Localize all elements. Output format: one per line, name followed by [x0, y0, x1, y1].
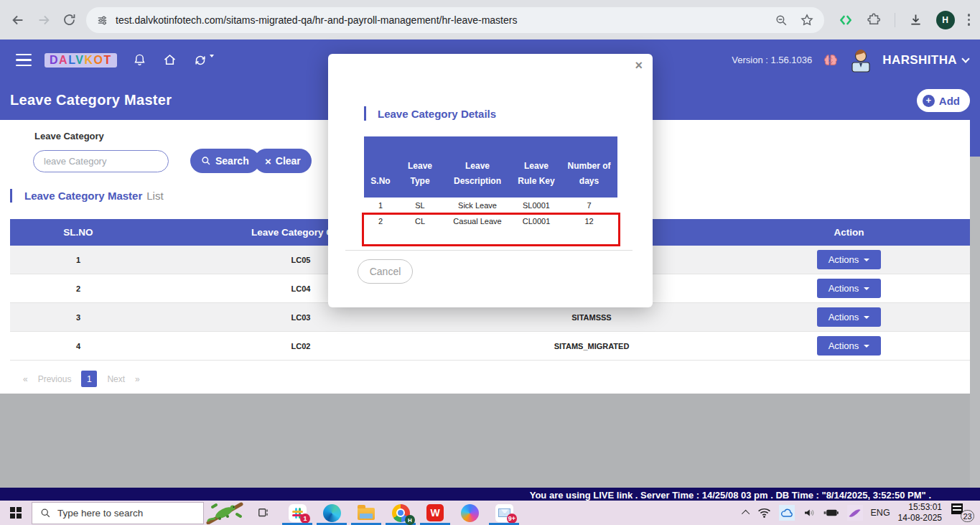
pagination-next[interactable]: Next [107, 374, 125, 384]
browser-profile-avatar[interactable]: H [936, 11, 955, 29]
toolbar-divider [895, 13, 895, 27]
notification-center[interactable]: 23 [950, 503, 974, 522]
taskbar-wps-icon[interactable]: W [418, 501, 452, 525]
url-text[interactable]: test.dalvkotinfotech.com/sitams-migrated… [116, 14, 775, 26]
pagination: « Previous 1 Next » [23, 371, 140, 387]
user-menu[interactable]: HARSHITHA [882, 53, 969, 68]
actions-dropdown-button[interactable]: Actions [817, 279, 881, 298]
clear-x-icon: × [265, 155, 271, 167]
taskbar-search-placeholder: Type here to search [57, 508, 143, 519]
taskbar-copilot-icon[interactable] [452, 501, 487, 525]
details-row: 1 SL Sick Leave SL0001 7 [364, 198, 617, 213]
details-header-row: S.No Leave Type Leave Description Leave … [364, 136, 617, 198]
modal-divider [345, 250, 633, 251]
address-bar[interactable]: test.dalvkotinfotech.com/sitams-migrated… [86, 7, 824, 33]
home-icon[interactable] [162, 52, 177, 68]
language-indicator[interactable]: ENG [871, 508, 890, 518]
task-view-icon [256, 506, 270, 519]
add-button[interactable]: + Add [917, 89, 970, 112]
section-title-suffix: List [146, 190, 163, 202]
menu-toggle-icon[interactable] [16, 54, 32, 67]
code-extension-icon[interactable] [838, 13, 854, 27]
caret-down-icon [864, 345, 869, 348]
slack-badge: 1 [300, 514, 310, 524]
extensions-puzzle-icon[interactable] [867, 12, 882, 27]
user-avatar[interactable] [849, 48, 872, 73]
leave-category-details-modal: × Leave Category Details S.No Leave Type… [328, 54, 653, 307]
status-bar-text: You are using LIVE link . Server Time : … [530, 490, 931, 501]
add-button-label: Add [939, 95, 960, 107]
cancel-button[interactable]: Cancel [358, 259, 413, 284]
taskbar-mail-icon[interactable]: 9+ [487, 501, 521, 525]
app-logo[interactable]: DALVKOT [45, 53, 117, 68]
gecko-widget-icon[interactable] [204, 501, 246, 525]
battery-icon[interactable] [823, 508, 839, 518]
modal-title: Leave Category Details [364, 106, 496, 121]
chevron-down-icon [961, 55, 969, 62]
site-settings-icon[interactable] [96, 14, 108, 27]
clear-button-label: Clear [276, 155, 301, 167]
pagination-current-page[interactable]: 1 [81, 371, 97, 387]
caret-down-icon [864, 259, 869, 261]
search-icon [201, 156, 211, 166]
taskbar-chrome-icon[interactable]: H [383, 501, 418, 525]
caret-down-icon [864, 287, 869, 290]
page-scrollbar[interactable] [970, 120, 980, 488]
leave-category-input[interactable] [33, 150, 169, 172]
sync-caret-icon [210, 55, 214, 57]
actions-dropdown-button[interactable]: Actions [817, 336, 881, 356]
search-button-label: Search [215, 155, 249, 167]
list-section-title: Leave Category Master List [10, 189, 164, 203]
zoom-out-icon[interactable] [775, 14, 788, 27]
col-header-action: Action [728, 227, 970, 238]
browser-menu-icon[interactable] [968, 14, 971, 26]
modal-close-icon[interactable]: × [635, 58, 643, 73]
modal-title-text: Leave Category Details [378, 108, 496, 120]
browser-toolbar: test.dalvkotinfotech.com/sitams-migrated… [0, 0, 980, 40]
scrollbar-thumb[interactable] [970, 120, 980, 157]
leave-category-label: Leave Category [34, 131, 104, 141]
downloads-icon[interactable] [908, 12, 923, 27]
table-row: 4 LC02 SITAMS_MIGRATED Actions [10, 332, 970, 361]
onedrive-icon[interactable] [779, 505, 795, 521]
table-row: 3 LC03 SITAMSSS Actions [10, 303, 970, 332]
mail-badge: 9+ [507, 514, 517, 524]
brain-icon[interactable] [822, 52, 839, 68]
pagination-first[interactable]: « [23, 374, 28, 384]
windows-taskbar: Type here to search 1 H W 9+ ENG 15:53:0… [0, 501, 980, 525]
task-view-button[interactable] [246, 501, 280, 525]
page-background [0, 394, 980, 488]
caret-down-icon [864, 316, 869, 319]
volume-icon[interactable] [803, 507, 816, 519]
taskbar-slack-icon[interactable]: 1 [280, 501, 314, 525]
browser-back-icon[interactable] [10, 12, 26, 28]
wifi-icon[interactable] [757, 507, 771, 519]
taskbar-search-input[interactable]: Type here to search [32, 502, 204, 524]
taskbar-edge-icon[interactable] [314, 501, 349, 525]
system-tray: ENG 15:53:01 14-08-2025 23 [744, 502, 980, 524]
pagination-last[interactable]: » [135, 374, 140, 384]
time-label: 15:53:01 [898, 502, 942, 513]
col-header-slno: SL.NO [10, 227, 146, 238]
actions-dropdown-button[interactable]: Actions [817, 307, 881, 327]
clear-button[interactable]: × Clear [254, 149, 312, 173]
plus-icon: + [923, 95, 935, 107]
taskbar-clock[interactable]: 15:53:01 14-08-2025 [898, 502, 942, 524]
bookmark-star-icon[interactable] [800, 13, 814, 27]
notifications-bell-icon[interactable] [133, 52, 146, 68]
pagination-previous[interactable]: Previous [38, 374, 72, 384]
chrome-profile-badge: H [405, 515, 415, 525]
modal-accent-bar [364, 106, 366, 121]
status-bar: You are using LIVE link . Server Time : … [0, 488, 980, 501]
feather-icon[interactable] [847, 505, 863, 521]
sync-icon[interactable] [193, 53, 214, 68]
search-button[interactable]: Search [190, 149, 260, 173]
taskbar-file-explorer-icon[interactable] [349, 501, 383, 525]
browser-forward-icon[interactable] [36, 12, 52, 28]
actions-dropdown-button[interactable]: Actions [817, 250, 881, 269]
tray-expand-icon[interactable] [741, 510, 749, 518]
start-button[interactable] [0, 501, 32, 525]
version-label: Version : 1.56.1036 [732, 55, 812, 65]
username-label: HARSHITHA [882, 53, 957, 68]
browser-reload-icon[interactable] [62, 12, 77, 27]
